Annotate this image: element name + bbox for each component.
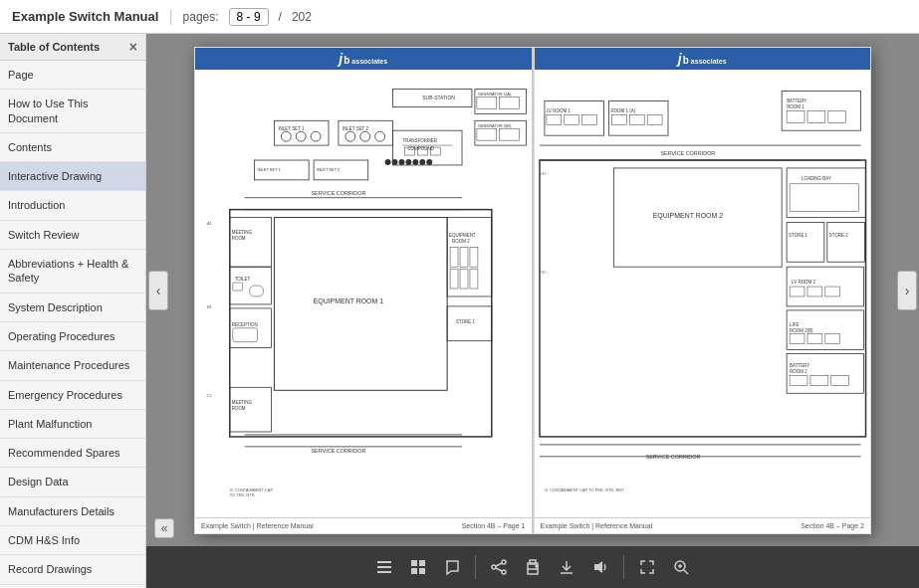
sidebar-item-manufacturers-details[interactable]: Manufacturers Details xyxy=(0,497,145,526)
jb-logo-left: j b associates xyxy=(339,51,387,67)
prev-page-button[interactable]: ‹ xyxy=(148,271,168,310)
sidebar-item-operating-procedures[interactable]: Operating Procedures xyxy=(0,322,145,351)
svg-line-141 xyxy=(496,568,502,571)
svg-text:CH→: CH→ xyxy=(539,170,549,175)
sidebar-item-switch-review[interactable]: Switch Review xyxy=(0,221,145,250)
svg-text:G: CONTAINMENT CAP: G: CONTAINMENT CAP xyxy=(230,487,274,491)
svg-text:ROOM 2: ROOM 2 xyxy=(790,369,807,374)
jb-logo-text: associates xyxy=(351,58,387,65)
fullscreen-button[interactable] xyxy=(632,554,662,580)
sidebar-item-design-data[interactable]: Design Data xyxy=(0,468,145,496)
top-bar: Example Switch Manual | pages: / 202 xyxy=(0,0,919,34)
svg-text:CH→: CH→ xyxy=(539,270,549,275)
sidebar-item-maintenance-procedures[interactable]: Maintenance Procedures xyxy=(0,351,145,380)
sidebar-item-recommended-spares[interactable]: Recommended Spares xyxy=(0,439,145,468)
svg-point-36 xyxy=(412,159,418,165)
sidebar-item-emergency-procedures[interactable]: Emergency Procedures xyxy=(0,381,145,410)
svg-rect-0 xyxy=(195,81,532,505)
svg-text:SUB-STATION: SUB-STATION xyxy=(422,96,455,100)
right-footer-left: Example Switch | Reference Manual xyxy=(541,522,653,529)
svg-text:MEETING: MEETING xyxy=(232,400,253,405)
svg-rect-136 xyxy=(419,568,425,574)
document-viewer: ‹ j b associates xyxy=(146,34,919,546)
zoom-button[interactable] xyxy=(666,554,696,580)
sidebar-item-contents[interactable]: Contents xyxy=(0,133,145,162)
jb-logo-right: j b associates xyxy=(678,51,727,67)
audio-button[interactable] xyxy=(585,554,615,580)
toolbar-divider-2 xyxy=(623,555,624,579)
content-area: ‹ j b associates xyxy=(146,34,919,588)
share-button[interactable] xyxy=(484,554,514,580)
svg-rect-143 xyxy=(530,560,536,564)
svg-text:G: CONTAINMENT CAP TO PRE, NTR: G: CONTAINMENT CAP TO PRE, NTR. NRY xyxy=(544,487,623,491)
svg-text:A1: A1 xyxy=(207,220,213,225)
svg-point-35 xyxy=(405,159,411,165)
sidebar-item-page[interactable]: Page xyxy=(0,61,145,90)
svg-point-33 xyxy=(392,159,398,165)
sidebar-item-interactive-drawing[interactable]: Interactive Drawing xyxy=(0,162,145,191)
svg-rect-130 xyxy=(377,561,391,563)
left-page-footer: Example Switch | Reference Manual Sectio… xyxy=(195,517,532,533)
sidebar-item-cdm-hs-info[interactable]: CDM H&S Info xyxy=(0,526,145,555)
svg-text:BATTERY: BATTERY xyxy=(787,98,806,103)
jb-logo-b: b xyxy=(344,55,349,66)
svg-text:ROOM 2(B): ROOM 2(B) xyxy=(790,327,813,332)
list-view-button[interactable] xyxy=(369,554,399,580)
left-footer-right: Section 4B – Page 1 xyxy=(462,522,526,529)
sidebar-item-record-drawings[interactable]: Record Drawings xyxy=(0,555,145,584)
svg-text:TOILET: TOILET xyxy=(235,277,251,282)
sidebar-item-plant-malfunction[interactable]: Plant Malfunction xyxy=(0,410,145,439)
svg-text:LV ROOM 2: LV ROOM 2 xyxy=(792,280,815,285)
comment-button[interactable] xyxy=(437,554,467,580)
svg-rect-135 xyxy=(411,568,417,574)
pages-input[interactable] xyxy=(229,8,269,26)
grid-view-button[interactable] xyxy=(403,554,433,580)
svg-point-139 xyxy=(502,570,506,574)
svg-text:STORE 2: STORE 2 xyxy=(828,233,847,238)
jb-logo-text-right: associates xyxy=(691,58,727,65)
svg-text:B1: B1 xyxy=(207,303,213,308)
svg-text:LIFE: LIFE xyxy=(790,321,799,326)
svg-point-138 xyxy=(492,565,496,569)
svg-rect-133 xyxy=(411,560,417,566)
svg-text:EQUIPMENT ROOM 2: EQUIPMENT ROOM 2 xyxy=(652,211,723,219)
jb-logo-j-right: j xyxy=(678,51,682,67)
sidebar-item-how-to-use[interactable]: How to Use This Document xyxy=(0,90,145,133)
left-footer-left: Example Switch | Reference Manual xyxy=(201,522,314,529)
svg-text:TO TRE. NTR.: TO TRE. NTR. xyxy=(230,492,256,497)
jb-logo-bar-right: j b associates xyxy=(535,48,871,70)
svg-point-38 xyxy=(426,159,432,165)
svg-point-37 xyxy=(419,159,425,165)
toolbar-divider-1 xyxy=(475,555,476,579)
svg-text:INLET SET 2: INLET SET 2 xyxy=(343,126,369,131)
download-button[interactable] xyxy=(552,554,581,580)
svg-text:LV ROOM 1: LV ROOM 1 xyxy=(546,108,570,113)
main-area: Table of Contents × Page How to Use This… xyxy=(0,34,919,588)
svg-text:ROOM: ROOM xyxy=(232,236,246,241)
svg-text:MEETING: MEETING xyxy=(232,230,253,235)
left-page-content: SUB-STATION TRANSFORMER COMPOUND xyxy=(195,70,532,517)
svg-text:INLET SET 1: INLET SET 1 xyxy=(258,166,282,171)
next-page-button[interactable]: › xyxy=(897,271,917,310)
jb-logo-b-right: b xyxy=(683,55,689,66)
svg-text:EQUIPMENT ROOM 1: EQUIPMENT ROOM 1 xyxy=(314,296,384,304)
svg-point-144 xyxy=(536,565,538,567)
svg-text:BATTERY: BATTERY xyxy=(790,363,809,368)
floor-plan-right: LV ROOM 1 ROOM 1 (A) xyxy=(535,70,871,517)
document-title: Example Switch Manual xyxy=(12,9,158,24)
svg-rect-142 xyxy=(528,569,538,574)
sidebar-item-system-description[interactable]: System Description xyxy=(0,294,145,322)
svg-point-34 xyxy=(398,159,404,165)
pages-total: 202 xyxy=(292,10,312,24)
svg-text:RECEPTION: RECEPTION xyxy=(232,321,258,326)
sidebar-item-abbreviations[interactable]: Abbreviations + Health & Safety xyxy=(0,250,145,294)
sidebar-item-spare-capacity[interactable]: Spare Capacity xyxy=(0,585,145,588)
svg-text:ROOM 1: ROOM 1 xyxy=(787,104,804,109)
svg-line-148 xyxy=(684,570,688,574)
sidebar-close-button[interactable]: × xyxy=(129,40,137,54)
first-page-button[interactable]: « xyxy=(154,518,174,538)
pages-separator: / xyxy=(279,10,282,24)
sidebar-item-introduction[interactable]: Introduction xyxy=(0,191,145,220)
top-bar-divider: | xyxy=(168,8,172,26)
print-button[interactable] xyxy=(518,554,548,580)
